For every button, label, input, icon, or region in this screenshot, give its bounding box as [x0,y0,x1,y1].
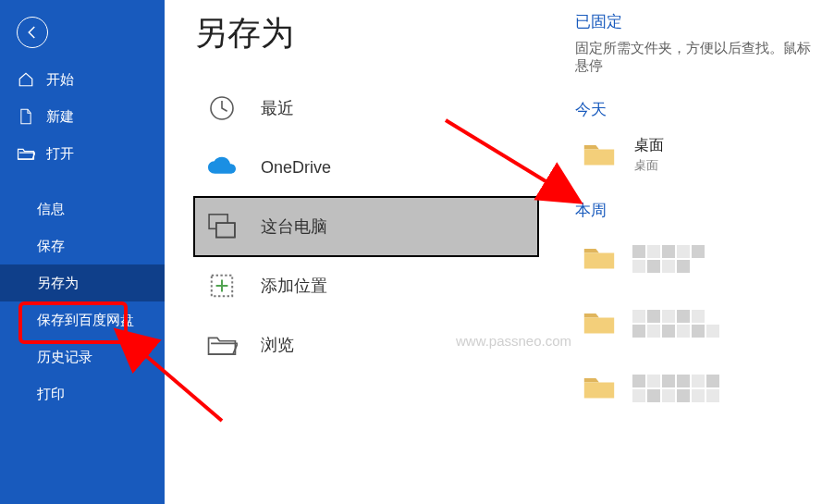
folder-icon [583,140,618,171]
clock-icon [203,90,240,127]
sidebar-item-history[interactable]: 历史记录 [0,338,165,375]
folder-item-redacted[interactable] [575,232,816,286]
onedrive-icon [203,149,240,186]
pinned-heading: 已固定 [575,11,816,32]
sidebar-item-label: 打印 [37,386,65,403]
redacted-text-icon [632,245,719,273]
location-label: 这台电脑 [261,215,327,238]
sidebar-item-start[interactable]: 开始 [0,61,165,98]
folders-column: 已固定 固定所需文件夹，方便以后查找。鼠标悬停 今天 桌面 桌面 本周 [538,11,822,504]
add-location-icon [203,267,240,304]
redacted-text-icon [632,310,719,338]
location-add-place[interactable]: 添加位置 [194,256,538,315]
location-recent[interactable]: 最近 [194,79,538,138]
location-label: 浏览 [261,334,294,356]
sidebar-item-label: 新建 [46,108,74,126]
sidebar-item-label: 开始 [46,71,74,89]
backstage-sidebar: 开始 新建 打开 信息 保存 另存为 保存到百度网盘 [0,0,165,504]
redacted-text-icon [632,375,719,402]
open-folder-icon [17,146,35,161]
sidebar-item-save[interactable]: 保存 [0,227,165,264]
folder-icon [583,243,616,275]
sidebar-item-print[interactable]: 打印 [0,375,165,412]
home-icon [17,71,35,88]
new-file-icon [17,108,35,125]
sidebar-item-label: 信息 [37,201,65,218]
sidebar-item-label: 保存到百度网盘 [37,312,134,329]
svg-rect-2 [216,223,235,237]
location-label: OneDrive [261,158,331,178]
folder-icon [583,308,616,339]
back-arrow-icon [24,24,41,41]
today-heading: 今天 [575,99,816,120]
folder-item-desktop[interactable]: 桌面 桌面 [575,128,816,183]
sidebar-item-new[interactable]: 新建 [0,98,165,135]
sidebar-item-open[interactable]: 打开 [0,135,165,172]
sidebar-item-label: 保存 [37,238,65,255]
sidebar-item-save-as[interactable]: 另存为 [0,264,165,301]
sidebar-item-info[interactable]: 信息 [0,191,165,227]
main-panel: 另存为 最近 OneDrive 这台电脑 [165,0,822,504]
this-week-heading: 本周 [575,200,816,221]
sidebar-item-label: 打开 [46,145,74,163]
pinned-description: 固定所需文件夹，方便以后查找。鼠标悬停 [575,40,816,75]
folder-item-redacted[interactable] [575,362,816,415]
location-onedrive[interactable]: OneDrive [194,138,538,197]
folder-name: 桌面 [634,136,664,155]
location-label: 最近 [261,97,294,119]
this-pc-icon [203,208,240,245]
location-browse[interactable]: 浏览 [194,315,538,375]
sidebar-item-label: 历史记录 [37,349,92,366]
sidebar-item-save-to-baidu[interactable]: 保存到百度网盘 [0,301,165,338]
location-label: 添加位置 [261,275,327,297]
location-this-pc[interactable]: 这台电脑 [194,197,538,256]
folder-icon [583,373,616,404]
back-button[interactable] [17,17,48,48]
save-locations-column: 另存为 最近 OneDrive 这台电脑 [194,11,538,504]
page-title: 另存为 [194,11,538,56]
folder-path: 桌面 [634,157,664,174]
browse-folder-icon [203,326,240,363]
sidebar-item-label: 另存为 [37,275,79,292]
folder-item-redacted[interactable] [575,297,816,350]
